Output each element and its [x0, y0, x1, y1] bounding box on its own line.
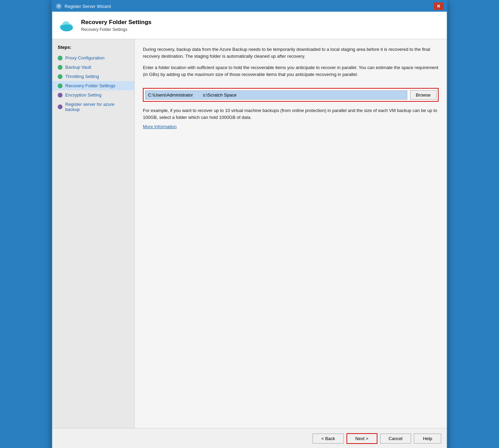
- description-2: Enter a folder location with sufficient …: [143, 64, 439, 78]
- svg-text:⟳: ⟳: [57, 4, 60, 8]
- sidebar-item-throttling-label: Throttling Setting: [65, 74, 99, 79]
- back-button[interactable]: < Back: [313, 434, 343, 444]
- folder-path-input[interactable]: [145, 90, 407, 100]
- sidebar-item-proxy-label: Proxy Configuration: [65, 55, 104, 60]
- svg-point-6: [61, 24, 72, 31]
- help-button[interactable]: Help: [414, 434, 441, 444]
- steps-label: Steps:: [52, 45, 134, 53]
- window-title: Register Server Wizard: [65, 4, 111, 9]
- more-info-link[interactable]: More Information: [143, 124, 439, 129]
- header-text: Recovery Folder Settings Recovery Folder…: [81, 19, 151, 32]
- sidebar-item-encryption-label: Encryption Setting: [65, 92, 102, 98]
- main-window: ⟳ Register Server Wizard ✕ Recovery Fold…: [52, 0, 447, 448]
- next-button[interactable]: Next >: [347, 433, 377, 444]
- header-title: Recovery Folder Settings: [81, 19, 151, 26]
- header-subtitle: Recovery Folder Settings: [81, 27, 151, 32]
- sidebar-item-register[interactable]: Register server for azure backup: [52, 100, 134, 114]
- dot-backup-vault: [58, 65, 63, 70]
- title-bar: ⟳ Register Server Wizard ✕: [52, 1, 447, 12]
- dot-encryption: [58, 93, 63, 98]
- dot-recovery-folder: [58, 83, 63, 88]
- sidebar-item-backup-vault-label: Backup Vault: [65, 65, 91, 70]
- app-icon: ⟳: [56, 3, 62, 9]
- sidebar-item-recovery-folder[interactable]: Recovery Folder Settings: [52, 81, 134, 90]
- main-panel: During recovery, backup data from the Az…: [135, 39, 447, 428]
- sidebar-item-register-label: Register server for azure backup: [65, 102, 129, 112]
- sidebar-item-throttling[interactable]: Throttling Setting: [52, 72, 134, 81]
- example-text: For example, if you want to recover up t…: [143, 107, 439, 121]
- sidebar-item-encryption[interactable]: Encryption Setting: [52, 90, 134, 100]
- sidebar: Steps: Proxy Configuration Backup Vault …: [52, 39, 135, 428]
- dot-throttling: [58, 74, 63, 79]
- sidebar-item-backup-vault[interactable]: Backup Vault: [52, 63, 134, 72]
- header-bar: Recovery Folder Settings Recovery Folder…: [52, 12, 447, 39]
- dot-proxy: [58, 56, 63, 60]
- browse-button[interactable]: Browse: [410, 90, 436, 100]
- cancel-button[interactable]: Cancel: [380, 434, 411, 444]
- footer-bar: < Back Next > Cancel Help: [52, 428, 447, 448]
- folder-input-row: Browse: [143, 88, 439, 102]
- close-button[interactable]: ✕: [434, 2, 443, 10]
- description-1: During recovery, backup data from the Az…: [143, 46, 439, 59]
- title-bar-left: ⟳ Register Server Wizard: [56, 3, 111, 9]
- dot-register: [58, 104, 63, 109]
- content-area: Steps: Proxy Configuration Backup Vault …: [52, 39, 447, 428]
- sidebar-item-proxy[interactable]: Proxy Configuration: [52, 53, 134, 63]
- cloud-icon: [58, 16, 76, 34]
- sidebar-item-recovery-folder-label: Recovery Folder Settings: [65, 83, 115, 88]
